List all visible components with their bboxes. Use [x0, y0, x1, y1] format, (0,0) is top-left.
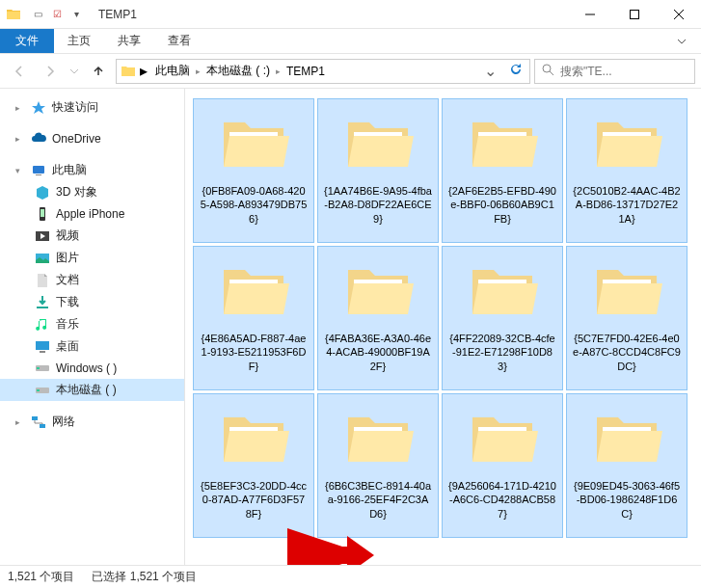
folder-icon — [121, 64, 136, 79]
nav-back-button[interactable] — [6, 58, 33, 85]
sidebar-item-downloads[interactable]: 下载 — [0, 291, 184, 313]
folder-item[interactable]: {5E8EF3C3-20DD-4cc0-87AD-A77F6D3F578F} — [193, 393, 314, 538]
tree-label: 此电脑 — [52, 162, 87, 178]
folder-item[interactable]: {4E86A5AD-F887-4ae1-9193-E5211953F6DF} — [193, 246, 314, 390]
nav-history-button[interactable] — [67, 58, 81, 85]
home-tab[interactable]: 主页 — [54, 29, 104, 53]
sidebar-item-onedrive[interactable]: ▸ OneDrive — [0, 128, 184, 149]
minimize-button[interactable] — [568, 0, 612, 29]
folder-item[interactable]: {0FB8FA09-0A68-4205-A598-A893479DB756} — [193, 98, 314, 243]
address-box[interactable]: ▸ 此电脑 ▸ 本地磁盘 ( :) ▸ TEMP1 ⌄ — [116, 59, 530, 84]
video-icon — [35, 228, 50, 244]
svg-rect-10 — [40, 351, 45, 353]
sidebar-item-documents[interactable]: 文档 — [0, 269, 184, 291]
folder-label: {2AF6E2B5-EFBD-490e-BBF0-06B60AB9C1FB} — [446, 184, 558, 226]
svg-rect-15 — [32, 416, 38, 420]
crumb-pc[interactable]: 此电脑 — [151, 63, 194, 79]
folder-label: {6B6C3BEC-8914-40aa-9166-25EF4F2C3AD6} — [322, 479, 434, 521]
sidebar-item-music[interactable]: 音乐 — [0, 313, 184, 335]
address-dropdown-icon[interactable]: ⌄ — [480, 62, 500, 80]
search-input[interactable] — [560, 65, 688, 78]
svg-rect-12 — [37, 367, 40, 369]
folder-label: {9E09ED45-3063-46f5-BD06-1986248F1D6C} — [571, 479, 683, 521]
desktop-icon — [35, 339, 50, 355]
folder-item[interactable]: {9A256064-171D-4210-A6C6-CD4288ACB587} — [442, 393, 563, 538]
search-box[interactable] — [534, 59, 695, 84]
refresh-icon[interactable] — [504, 63, 526, 80]
svg-rect-5 — [40, 209, 44, 217]
chevron-down-icon[interactable]: ▾ — [15, 166, 25, 175]
sidebar-item-pictures[interactable]: 图片 — [0, 247, 184, 269]
sidebar-item-this-pc[interactable]: ▾ 此电脑 — [0, 159, 184, 181]
svg-rect-0 — [631, 10, 639, 18]
sidebar-item-3d[interactable]: 3D 对象 — [0, 181, 184, 203]
search-icon — [541, 63, 554, 79]
folder-item[interactable]: {1AA74B6E-9A95-4fba-B2A8-D8DF22AE6CE9} — [317, 98, 439, 243]
folder-label: {0FB8FA09-0A68-4205-A598-A893479DB756} — [198, 184, 310, 226]
tree-label: 本地磁盘 ( ) — [56, 382, 117, 398]
chevron-right-icon[interactable]: ▸ — [140, 62, 148, 80]
chevron-right-icon[interactable]: ▸ — [15, 134, 25, 144]
folder-icon — [216, 253, 291, 328]
file-tab[interactable]: 文件 — [0, 29, 54, 53]
tree-label: 文档 — [56, 272, 79, 288]
nav-up-button[interactable] — [85, 58, 112, 85]
expand-ribbon-button[interactable] — [662, 29, 701, 53]
sidebar-item-quick-access[interactable]: ▸ 快速访问 — [0, 96, 184, 119]
qa-properties-icon[interactable]: ▭ — [29, 6, 46, 23]
sidebar-item-network[interactable]: ▸ 网络 — [0, 411, 184, 433]
svg-rect-2 — [33, 166, 44, 174]
chevron-right-icon[interactable]: ▸ — [15, 417, 25, 427]
tree-label: 3D 对象 — [56, 184, 97, 200]
crumb-drive[interactable]: 本地磁盘 ( :) — [202, 63, 274, 79]
folder-label: {4FF22089-32CB-4cfe-91E2-E71298F10D83} — [446, 332, 558, 373]
folder-icon — [340, 105, 416, 180]
folder-icon — [589, 105, 664, 180]
folder-item[interactable]: {9E09ED45-3063-46f5-BD06-1986248F1D6C} — [566, 393, 688, 538]
chevron-right-icon[interactable]: ▸ — [194, 67, 202, 76]
share-tab[interactable]: 共享 — [104, 29, 154, 53]
download-icon — [35, 295, 50, 310]
folder-icon — [589, 400, 664, 475]
music-icon — [35, 317, 50, 333]
folder-label: {5C7E7FD0-42E6-4e0e-A87C-8CCD4C8FC9DC} — [571, 332, 683, 373]
sidebar-item-desktop[interactable]: 桌面 — [0, 335, 184, 358]
folder-item[interactable]: {2C5010B2-4AAC-4B2A-BD86-13717D27E21A} — [566, 98, 688, 243]
folder-label: {5E8EF3C3-20DD-4cc0-87AD-A77F6D3F578F} — [198, 479, 310, 521]
tree-label: 快速访问 — [52, 99, 98, 116]
sidebar-item-windows-drive[interactable]: Windows ( ) — [0, 358, 184, 379]
folder-item[interactable]: {4FF22089-32CB-4cfe-91E2-E71298F10D83} — [442, 246, 563, 390]
folder-icon — [340, 253, 416, 328]
tree-label: 图片 — [56, 250, 79, 266]
svg-rect-16 — [40, 424, 45, 428]
chevron-right-icon[interactable]: ▸ — [274, 67, 283, 76]
view-tab[interactable]: 查看 — [154, 29, 204, 53]
close-button[interactable] — [657, 0, 701, 29]
nav-forward-button[interactable] — [37, 58, 64, 85]
qa-dropdown-icon[interactable]: ▾ — [67, 6, 85, 23]
crumb-folder[interactable]: TEMP1 — [283, 65, 329, 78]
sidebar-item-iphone[interactable]: Apple iPhone — [0, 203, 184, 225]
folder-item[interactable]: {4FABA36E-A3A0-46e4-ACAB-49000BF19A2F} — [317, 246, 439, 390]
folder-label: {9A256064-171D-4210-A6C6-CD4288ACB587} — [446, 479, 558, 521]
cloud-icon — [31, 131, 46, 147]
main-area: ▸ 快速访问 ▸ OneDrive ▾ 此电脑 3D 对象 Apple iPho… — [0, 89, 701, 565]
status-selected: 已选择 1,521 个项目 — [92, 569, 197, 585]
sidebar-item-videos[interactable]: 视频 — [0, 225, 184, 247]
folder-item[interactable]: {6B6C3BEC-8914-40aa-9166-25EF4F2C3AD6} — [317, 393, 439, 538]
folder-item[interactable]: {2AF6E2B5-EFBD-490e-BBF0-06B60AB9C1FB} — [442, 98, 563, 243]
content-pane[interactable]: {0FB8FA09-0A68-4205-A598-A893479DB756}{1… — [185, 89, 701, 565]
folder-icon — [216, 400, 291, 475]
pc-icon — [31, 163, 46, 178]
tree-label: 视频 — [56, 227, 79, 244]
qa-check-icon[interactable]: ☑ — [48, 6, 66, 23]
window-title: TEMP1 — [98, 8, 137, 21]
chevron-right-icon[interactable]: ▸ — [15, 103, 25, 113]
breadcrumb: 此电脑 ▸ 本地磁盘 ( :) ▸ TEMP1 — [151, 63, 476, 79]
folder-label: {2C5010B2-4AAC-4B2A-BD86-13717D27E21A} — [571, 184, 683, 226]
maximize-button[interactable] — [612, 0, 657, 29]
folder-item[interactable]: {5C7E7FD0-42E6-4e0e-A87C-8CCD4C8FC9DC} — [566, 246, 688, 390]
svg-rect-8 — [37, 307, 48, 308]
sidebar-item-local-drive[interactable]: 本地磁盘 ( ) — [0, 379, 184, 401]
document-icon — [35, 273, 50, 288]
